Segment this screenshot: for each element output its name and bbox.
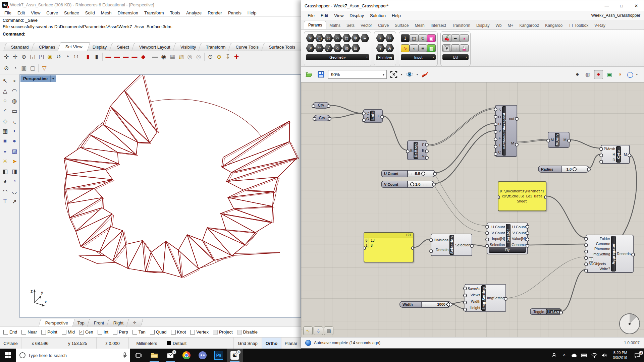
rhino-view-tool-icon-1[interactable]: ✛ bbox=[11, 52, 19, 61]
osnap-item-vertex[interactable]: Vertex bbox=[190, 329, 209, 335]
sidebar-tool-icon-16[interactable]: ✳ bbox=[1, 156, 9, 166]
gh-group-label-geometry[interactable]: Geometry▾ bbox=[306, 54, 369, 60]
osnap-checkbox-end[interactable] bbox=[3, 330, 8, 335]
status-grid-snap[interactable]: Grid Snap bbox=[234, 338, 262, 349]
gh-input-icon-4[interactable]: ↯ bbox=[418, 34, 427, 42]
gh-tab-sets[interactable]: Sets bbox=[343, 22, 358, 29]
task-view-button[interactable] bbox=[130, 349, 146, 362]
osnap-checkbox-vertex[interactable] bbox=[190, 330, 195, 335]
photoshop-button[interactable]: Ps bbox=[211, 349, 227, 362]
osnap-checkbox-disable[interactable] bbox=[237, 330, 242, 335]
rhino-view-tool-icon-29[interactable]: ✚ bbox=[232, 52, 241, 61]
rhino-view-tool-icon-22[interactable]: ▧ bbox=[177, 52, 185, 61]
input-port[interactable] bbox=[362, 118, 366, 122]
osnap-checkbox-point[interactable] bbox=[41, 330, 46, 335]
input-port[interactable] bbox=[599, 154, 603, 157]
osnap-item-mid[interactable]: Mid bbox=[62, 329, 75, 335]
zoom-extents-icon[interactable] bbox=[389, 69, 399, 79]
gh-tab-display[interactable]: Display bbox=[473, 22, 492, 29]
gh-node-img-setting[interactable]: SaveAsViewsWidthHeightImg SettingImgSett… bbox=[465, 284, 506, 312]
status-default[interactable]: Default bbox=[165, 338, 234, 349]
rhino-menu-curve[interactable]: Curve bbox=[43, 10, 61, 15]
gh-input-icon-7[interactable]: ▩ bbox=[427, 44, 436, 52]
rhino-menu-file[interactable]: File bbox=[1, 10, 14, 15]
taskbar-search-box[interactable]: Type here to search bbox=[16, 349, 130, 362]
slider-knob-radius[interactable] bbox=[573, 167, 577, 171]
output-port[interactable] bbox=[327, 104, 330, 108]
gh-menu-help[interactable]: Help bbox=[389, 13, 404, 18]
gh-primitive-icon-2[interactable]: 0.1 bbox=[385, 34, 394, 42]
input-port[interactable] bbox=[584, 243, 588, 247]
output-port[interactable] bbox=[504, 297, 507, 301]
input-port[interactable] bbox=[546, 139, 550, 142]
preview-mode-icon-4[interactable]: ◑ bbox=[615, 70, 624, 79]
rhino-view-tool-icon-2[interactable]: ⊕ bbox=[19, 52, 28, 61]
chrome-button[interactable] bbox=[178, 349, 195, 362]
gh-tab-surface[interactable]: Surface bbox=[392, 22, 412, 29]
preview-mode-icon-3[interactable]: ▣ bbox=[605, 70, 613, 79]
preview-caret-icon[interactable]: ▾ bbox=[417, 73, 418, 76]
output-port[interactable] bbox=[515, 117, 519, 121]
sidebar-tool-icon-25[interactable]: ➚ bbox=[10, 196, 19, 206]
gh-input-icon-1[interactable]: ∿ bbox=[401, 44, 410, 52]
output-port[interactable] bbox=[380, 115, 384, 119]
output-port[interactable] bbox=[567, 139, 571, 142]
sidebar-tool-icon-14[interactable]: ◒ bbox=[1, 146, 9, 156]
minimize-button[interactable]: — bbox=[599, 1, 614, 11]
sidebar-tool-icon-24[interactable]: T bbox=[1, 196, 9, 206]
output-port[interactable] bbox=[425, 149, 429, 153]
slider-knob-u-count[interactable] bbox=[421, 172, 425, 176]
rhino-toolbar-tab-surface-tools[interactable]: Surface Tools bbox=[261, 43, 301, 51]
input-port[interactable] bbox=[599, 160, 603, 164]
viewport-tab-perspective[interactable]: Perspective bbox=[39, 319, 75, 326]
new-viewport-tab-button[interactable]: ✛ bbox=[126, 319, 143, 326]
output-port[interactable] bbox=[449, 303, 452, 306]
rhino-taskbar-button[interactable]: ☯ 6 bbox=[227, 349, 243, 362]
output-port[interactable] bbox=[526, 231, 529, 235]
input-port[interactable] bbox=[485, 231, 489, 235]
output-port[interactable] bbox=[432, 183, 436, 186]
rhino-menu-render[interactable]: Render bbox=[205, 10, 225, 15]
volume-icon[interactable] bbox=[599, 349, 609, 362]
sidebar-tool-icon-23[interactable]: ◡ bbox=[10, 186, 19, 196]
osnap-item-cen[interactable]: Cen bbox=[79, 329, 93, 335]
discord-button[interactable] bbox=[195, 349, 211, 362]
osnap-checkbox-perp[interactable] bbox=[113, 330, 117, 335]
gh-panel-file-path[interactable]: D:\Documents\Parametri cs\Michelle Lei D… bbox=[498, 181, 546, 211]
output-port[interactable] bbox=[470, 244, 474, 248]
gh-tab-v-ray[interactable]: V-Ray bbox=[591, 22, 608, 29]
rhino-view-tool-icon-24[interactable]: ◎ bbox=[194, 52, 203, 61]
slider-track-u-count[interactable]: 5.5 bbox=[408, 171, 435, 177]
sidebar-tool-icon-18[interactable]: ◧ bbox=[1, 166, 9, 176]
gh-node-m-rhombitrihexagonal[interactable]: SOUVFTCm+RhombitrihexagonaloutM bbox=[495, 105, 517, 157]
gh-node-loft[interactable]: COLoftL bbox=[363, 109, 383, 123]
microphone-icon[interactable] bbox=[123, 352, 127, 358]
close-button[interactable]: ✕ bbox=[629, 1, 644, 11]
gh-menu-view[interactable]: View bbox=[331, 13, 346, 18]
rhino-menu-analyze[interactable]: Analyze bbox=[183, 10, 205, 15]
gh-geometry-icon-0[interactable]: ✕ bbox=[306, 34, 315, 42]
slider-track-radius[interactable]: 1.0 bbox=[562, 166, 589, 172]
node-button-fly[interactable]: Fly bbox=[489, 247, 526, 253]
sidebar-tool-icon-1[interactable]: ∘ bbox=[10, 76, 19, 86]
gh-node-crv-2[interactable]: Crv bbox=[314, 115, 330, 121]
output-port[interactable] bbox=[544, 195, 546, 199]
rhino-menu-help[interactable]: Help bbox=[245, 10, 260, 15]
rhino-view-tool-icon-20[interactable]: ◉ bbox=[159, 52, 168, 61]
rhino-display-tool-icon-3[interactable]: ▢ bbox=[28, 64, 37, 73]
rhino-view-tool-icon-8[interactable]: 1:1 bbox=[72, 52, 80, 61]
gh-group-label-util[interactable]: Util▾ bbox=[442, 54, 469, 60]
grasshopper-canvas[interactable]: CrvCrvCOLoftLBDeBrepFEVSOUVFTCm+Rhombitr… bbox=[301, 82, 644, 337]
input-port[interactable] bbox=[584, 250, 588, 253]
gh-tab-mesh[interactable]: Mesh bbox=[412, 22, 427, 29]
rhino-view-tool-icon-4[interactable]: ◰ bbox=[37, 52, 46, 61]
gh-slider-width[interactable]: Width1000 bbox=[399, 301, 451, 308]
sidebar-tool-icon-9[interactable]: ◟ bbox=[10, 116, 19, 126]
gh-tab-transform[interactable]: Transform bbox=[449, 22, 473, 29]
wifi-icon[interactable] bbox=[589, 349, 599, 362]
preview-mode-icon-1[interactable]: ◍ bbox=[583, 70, 592, 79]
output-port[interactable] bbox=[433, 172, 437, 176]
gh-geometry-icon-11[interactable]: ▤ bbox=[351, 44, 360, 52]
gh-node-crv-1[interactable]: Crv bbox=[313, 102, 329, 109]
gh-geometry-icon-9[interactable]: ◍ bbox=[342, 44, 351, 52]
